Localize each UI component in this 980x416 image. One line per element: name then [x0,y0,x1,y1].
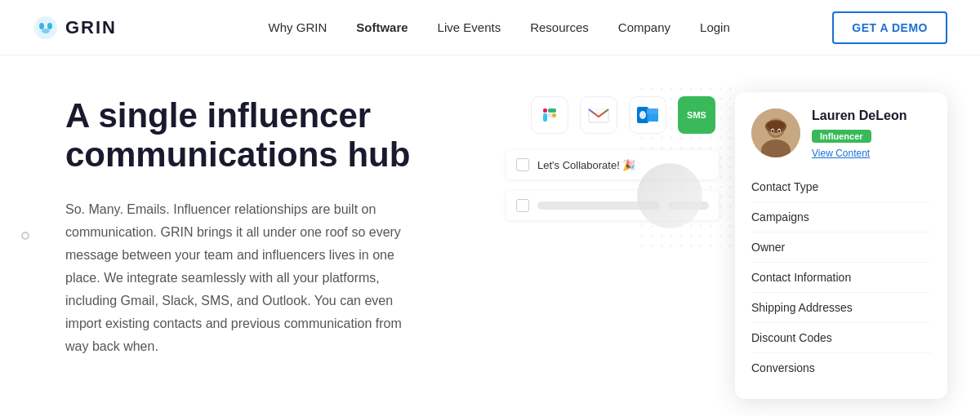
nav-links: Why GRIN Software Live Events Resources … [166,20,832,34]
profile-menu: Contact Type Campaigns Owner Contact Inf… [751,172,931,383]
side-indicator [21,232,29,240]
svg-rect-8 [552,113,556,117]
profile-header: Lauren DeLeon Influencer View Content [751,108,931,159]
svg-point-14 [639,111,646,119]
nav-login[interactable]: Login [700,20,730,34]
get-demo-button[interactable]: GET A DEMO [832,11,947,44]
profile-info: Lauren DeLeon Influencer View Content [812,108,931,159]
hero-title: A single influencer communications hub [65,96,490,175]
profile-card: Lauren DeLeon Influencer View Content Co… [735,92,947,399]
logo[interactable]: GRIN [33,15,117,41]
menu-item-discount-codes[interactable]: Discount Codes [751,323,931,353]
hero-left: A single influencer communications hub S… [65,88,490,416]
logo-text: GRIN [65,17,117,38]
influencer-badge: Influencer [812,130,871,143]
menu-item-contact-info[interactable]: Contact Information [751,263,931,293]
gradient-circle [637,163,702,228]
integration-icons: SMS [506,96,719,134]
messaging-area: SMS Let's Collaborate! 🎉 [506,96,719,220]
menu-item-owner[interactable]: Owner [751,232,931,263]
svg-point-0 [34,16,57,39]
email-checkbox-1[interactable] [516,158,529,171]
svg-point-1 [39,23,44,29]
svg-rect-13 [647,108,658,114]
email-subject-1: Let's Collaborate! 🎉 [537,159,635,171]
svg-point-20 [767,121,785,131]
grin-logo-icon [33,15,59,41]
svg-rect-10 [548,113,552,117]
nav-company[interactable]: Company [618,20,670,34]
hero-section: A single influencer communications hub S… [0,55,980,416]
svg-point-24 [778,130,780,132]
gmail-icon [580,96,617,134]
menu-item-conversions[interactable]: Conversions [751,353,931,383]
svg-rect-9 [548,108,556,113]
profile-name: Lauren DeLeon [812,108,931,123]
menu-item-campaigns[interactable]: Campaigns [751,202,931,232]
menu-item-shipping[interactable]: Shipping Addresses [751,293,931,323]
nav-software[interactable]: Software [356,20,408,34]
nav-resources[interactable]: Resources [530,20,589,34]
svg-rect-7 [543,113,547,122]
svg-point-23 [772,130,773,132]
email-checkbox-2[interactable] [516,199,529,212]
hero-right: SMS Let's Collaborate! 🎉 [490,88,947,416]
svg-point-2 [47,23,52,29]
menu-item-contact-type[interactable]: Contact Type [751,172,931,202]
nav-live-events[interactable]: Live Events [438,20,501,34]
view-content-link[interactable]: View Content [812,148,931,159]
outlook-icon [629,96,666,134]
svg-rect-6 [543,108,547,113]
slack-icon [531,96,568,134]
hero-body: So. Many. Emails. Influencer relationshi… [65,198,425,358]
sms-icon: SMS [678,96,715,134]
avatar [751,108,800,157]
nav-why-grin[interactable]: Why GRIN [269,20,327,34]
navbar: GRIN Why GRIN Software Live Events Resou… [0,0,980,55]
svg-point-3 [42,29,50,33]
